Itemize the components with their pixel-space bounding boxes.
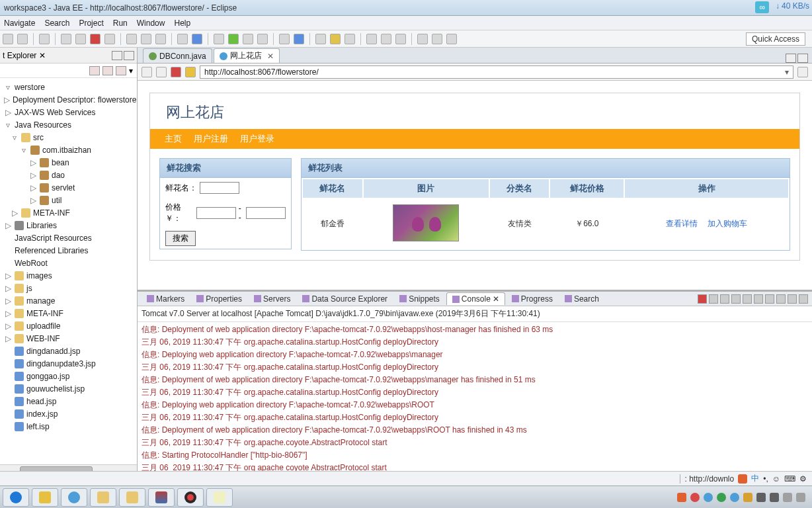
tree-node[interactable]: ▷uploadfile (1, 319, 136, 332)
tab-servers[interactable]: Servers (249, 293, 296, 305)
quick-access[interactable]: Quick Access (746, 32, 805, 46)
tree-node[interactable]: ▿Java Resources (1, 118, 136, 131)
stop-icon[interactable] (90, 34, 101, 44)
sogou-icon[interactable] (738, 474, 747, 484)
ime-punct-icon[interactable]: •, (763, 474, 768, 484)
class-icon[interactable] (192, 34, 202, 44)
menu-search[interactable]: Search (44, 19, 69, 28)
back-icon[interactable] (417, 34, 428, 44)
collapse-all-icon[interactable] (89, 66, 100, 75)
back-icon[interactable] (142, 67, 152, 77)
close-icon[interactable]: ✕ (39, 51, 46, 60)
close-icon[interactable]: ✕ (493, 294, 499, 304)
disconnect-icon[interactable] (104, 34, 115, 44)
nav-login[interactable]: 用户登录 (240, 133, 274, 145)
smiley-icon[interactable]: ☺ (772, 474, 780, 484)
forward-icon[interactable] (432, 34, 442, 44)
maximize-icon[interactable] (797, 54, 808, 63)
tab-snippets[interactable]: Snippets (394, 293, 445, 305)
minimize-icon[interactable] (112, 51, 122, 60)
save-icon[interactable] (17, 34, 28, 44)
debug-icon[interactable] (214, 34, 224, 44)
task-tool[interactable] (32, 488, 58, 507)
tab-markers[interactable]: Markers (142, 293, 190, 305)
tray-icon[interactable] (717, 493, 726, 502)
tray-icon[interactable] (704, 493, 713, 502)
task-notepad[interactable] (206, 488, 233, 507)
task-explorer[interactable] (90, 488, 116, 507)
tab-datasource[interactable]: Data Source Explorer (297, 293, 393, 305)
price-min-input[interactable] (196, 207, 236, 219)
project-tree[interactable]: ▿werstore ▷Deployment Descriptor: flower… (0, 78, 137, 464)
display-console-icon[interactable] (765, 294, 774, 304)
tray-icon[interactable] (770, 493, 779, 502)
tree-node[interactable]: Referenced Libraries (1, 244, 136, 257)
tab-flowerstore[interactable]: 网上花店 ✕ (214, 48, 280, 63)
resume-icon[interactable] (61, 34, 71, 44)
tree-node[interactable]: ▿com.itbaizhan (1, 144, 136, 156)
open-task-icon[interactable] (330, 34, 341, 44)
tray-sogou-icon[interactable] (677, 493, 686, 502)
tree-node[interactable]: ▷META-INF (1, 206, 136, 219)
task-kugou[interactable] (3, 488, 29, 507)
pin-console-icon[interactable] (754, 294, 763, 304)
next-annotation-icon[interactable] (381, 34, 391, 44)
pause-icon[interactable] (75, 34, 86, 44)
minimize-icon[interactable] (788, 294, 797, 304)
tree-node[interactable]: dingdanadd.jsp (1, 345, 136, 357)
scroll-lock-icon[interactable] (743, 294, 752, 304)
cursor-icon[interactable] (39, 34, 50, 44)
tab-properties[interactable]: Properties (191, 293, 247, 305)
tray-network-icon[interactable] (783, 493, 792, 502)
stop-icon[interactable] (171, 67, 181, 77)
remove-launch-icon[interactable] (709, 294, 718, 304)
nav-home[interactable]: 主页 (165, 133, 182, 145)
tree-node[interactable]: gonggao.jsp (1, 370, 136, 382)
task-cloud[interactable] (61, 488, 87, 507)
remove-all-icon[interactable] (720, 294, 729, 304)
open-console-icon[interactable] (776, 294, 786, 304)
forward-icon[interactable] (156, 67, 167, 77)
go-icon[interactable] (797, 67, 808, 77)
price-max-input[interactable] (246, 207, 286, 219)
run-last-icon[interactable] (243, 34, 253, 44)
ime-lang[interactable]: 中 (751, 473, 759, 484)
view-menu-icon[interactable] (116, 66, 126, 75)
tray-icon[interactable] (730, 493, 739, 502)
tree-node[interactable]: ▷util (1, 194, 136, 206)
tray-icon[interactable] (756, 493, 766, 502)
external-tools-icon[interactable] (257, 34, 268, 44)
tree-node[interactable]: gouwuchelist.jsp (1, 382, 136, 395)
dropdown-icon[interactable]: ▾ (129, 66, 133, 75)
tree-node[interactable]: ▷Deployment Descriptor: flowerstore (1, 93, 136, 106)
keyboard-icon[interactable]: ⌨ (784, 474, 795, 484)
refresh-icon[interactable] (185, 67, 196, 77)
close-tab-icon[interactable]: ✕ (267, 52, 274, 61)
search-button[interactable]: 搜索 (165, 231, 196, 246)
task-eclipse[interactable] (148, 488, 175, 507)
pin-icon[interactable] (446, 34, 457, 44)
tree-node[interactable]: ▷bean (1, 156, 136, 169)
tree-node[interactable]: WebRoot (1, 257, 136, 269)
run-icon[interactable] (228, 34, 239, 44)
annotation-icon[interactable] (366, 34, 377, 44)
link-editor-icon[interactable] (102, 66, 113, 75)
tree-node[interactable]: head.jsp (1, 395, 136, 407)
step-over-icon[interactable] (141, 34, 151, 44)
tree-node[interactable]: ▿src (1, 131, 136, 144)
tree-node[interactable]: ▷META-INF (1, 307, 136, 319)
dropdown-icon[interactable]: ▾ (785, 67, 789, 77)
tree-node[interactable]: ▷manage (1, 294, 136, 307)
tree-node[interactable]: ▷servlet (1, 181, 136, 194)
flower-name-input[interactable] (200, 182, 239, 194)
view-detail-link[interactable]: 查看详情 (666, 219, 698, 228)
tab-dbconn[interactable]: DBConn.java (143, 48, 212, 63)
tab-progress[interactable]: Progress (507, 293, 558, 305)
tab-search-bottom[interactable]: Search (559, 293, 604, 305)
task-explorer-2[interactable] (119, 488, 145, 507)
tree-node[interactable]: ▷Libraries (1, 219, 136, 232)
tree-node[interactable]: ▷WEB-INF (1, 332, 136, 345)
project-root[interactable]: ▿werstore (1, 81, 136, 93)
menu-help[interactable]: Help (174, 19, 190, 28)
task-recorder[interactable] (177, 488, 204, 507)
